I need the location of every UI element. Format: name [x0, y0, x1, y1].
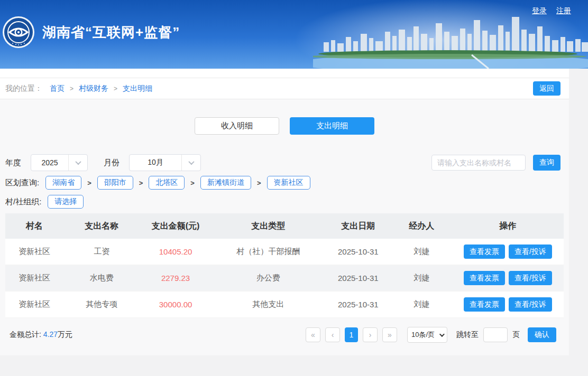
breadcrumb-wrap: 我的位置： 首页 > 村级财务 > 支出明细 返回	[0, 69, 569, 99]
cell-actions: 查看发票 查看/投诉	[452, 245, 564, 259]
month-select[interactable]: 10月	[129, 154, 201, 171]
year-label: 年度	[5, 158, 21, 168]
page-size-select[interactable]: 10条/页	[407, 327, 447, 343]
chevron-down-icon	[75, 159, 81, 165]
table-row: 资新社区 工资 10405.20 村（社）干部报酬 2025-10-31 刘婕 …	[5, 239, 564, 265]
view-complaint-button[interactable]: 查看/投诉	[509, 297, 552, 312]
region-separator: >	[257, 179, 261, 187]
cell-expense-name: 工资	[63, 247, 140, 257]
view-invoice-button[interactable]: 查看发票	[464, 245, 505, 259]
login-link[interactable]: 登录	[532, 6, 547, 16]
col-header-actions: 操作	[452, 221, 564, 232]
year-select[interactable]: 2025	[31, 154, 88, 171]
cell-amount: 10405.20	[140, 247, 211, 256]
view-invoice-button[interactable]: 查看发票	[464, 297, 505, 312]
cell-expense-name: 水电费	[63, 273, 140, 283]
cell-expense-type: 其他支出	[212, 299, 325, 309]
cell-village: 资新社区	[5, 273, 63, 283]
breadcrumb: 我的位置： 首页 > 村级财务 > 支出明细 返回	[0, 78, 569, 99]
org-select-button[interactable]: 请选择	[48, 195, 84, 209]
cell-date: 2025-10-31	[325, 247, 391, 256]
cell-date: 2025-10-31	[325, 274, 391, 283]
region-district-button[interactable]: 北塔区	[149, 176, 185, 190]
col-header-expense-name: 支出名称	[63, 221, 140, 232]
region-separator: >	[190, 179, 195, 187]
cell-amount: 30000.00	[140, 300, 211, 309]
search-input[interactable]	[431, 155, 526, 171]
view-complaint-button[interactable]: 查看/投诉	[509, 271, 552, 285]
region-query-label: 区划查询:	[5, 178, 39, 188]
confirm-button[interactable]: 确认	[528, 327, 556, 342]
page: 湖南省“互联网+监督” 登录 注册 我的位置： 首页 > 村级财务 > 支出明细…	[0, 0, 588, 376]
region-separator: >	[139, 179, 143, 187]
cell-village: 资新社区	[5, 247, 63, 257]
breadcrumb-location-label: 我的位置：	[5, 84, 42, 93]
prev-page-button[interactable]: ‹	[325, 327, 340, 342]
breadcrumb-item-home[interactable]: 首页	[50, 84, 65, 93]
site-logo-eye-icon	[2, 16, 35, 49]
breadcrumb-item-village-finance[interactable]: 村级财务	[79, 84, 108, 93]
jump-page-input[interactable]	[483, 327, 508, 342]
expense-table: 村名 支出名称 支出金额(元) 支出类型 支出日期 经办人 操作 资新社区 工资…	[5, 213, 564, 318]
region-query-row: 区划查询: 湖南省 > 邵阳市 > 北塔区 > 新滩镇街道 > 资新社区	[0, 176, 569, 190]
view-complaint-button[interactable]: 查看/投诉	[509, 245, 552, 259]
cell-expense-type: 村（社）干部报酬	[212, 247, 325, 257]
col-header-expense-type: 支出类型	[212, 221, 325, 232]
total-unit: 万元	[58, 330, 72, 339]
brand: 湖南省“互联网+监督”	[2, 16, 180, 49]
current-page-button[interactable]: 1	[345, 327, 358, 342]
register-link[interactable]: 注册	[556, 6, 571, 16]
table-footer: 金额总计: 4.27万元 « ‹ 1 › » 10条/页 跳转至 页	[0, 318, 569, 343]
back-button[interactable]: 返回	[533, 81, 561, 96]
region-separator: >	[87, 179, 91, 187]
tab-expense-detail[interactable]: 支出明细	[290, 117, 374, 135]
site-header: 湖南省“互联网+监督” 登录 注册	[0, 0, 588, 69]
search-button[interactable]: 查询	[533, 155, 561, 171]
filter-row: 年度 2025 月份 10月 查询	[0, 154, 569, 171]
cell-expense-name: 其他专项	[63, 299, 140, 309]
table-row: 资新社区 水电费 2279.23 办公费 2025-10-31 刘婕 查看发票 …	[5, 265, 564, 292]
pagination: « ‹ 1 › » 10条/页 跳转至 页 确认	[306, 327, 556, 343]
jump-to-label: 跳转至	[456, 330, 479, 340]
cell-operator: 刘婕	[391, 273, 452, 283]
month-select-value: 10月	[130, 158, 181, 167]
breadcrumb-item-expense-detail[interactable]: 支出明细	[123, 84, 152, 93]
breadcrumb-separator: >	[114, 85, 117, 92]
cell-actions: 查看发票 查看/投诉	[452, 271, 564, 285]
first-page-button[interactable]: «	[306, 327, 320, 342]
region-city-button[interactable]: 邵阳市	[97, 176, 133, 190]
content-column: 我的位置： 首页 > 村级财务 > 支出明细 返回 收入明细 支出明细 年度 2…	[0, 69, 569, 355]
org-label: 村/社组织:	[5, 197, 41, 207]
org-row: 村/社组织: 请选择	[0, 195, 569, 209]
cell-amount: 2279.23	[140, 274, 211, 283]
view-invoice-button[interactable]: 查看发票	[464, 271, 505, 285]
breadcrumb-separator: >	[70, 85, 74, 92]
cell-expense-type: 办公费	[212, 273, 325, 283]
chevron-down-icon	[188, 159, 194, 165]
page-size-value: 10条/页	[411, 330, 439, 340]
col-header-village: 村名	[5, 221, 63, 232]
year-select-value: 2025	[31, 158, 68, 167]
table-row: 资新社区 其他专项 30000.00 其他支出 2025-10-31 刘婕 查看…	[5, 292, 564, 318]
total-label: 金额总计:	[10, 330, 41, 339]
table-header-row: 村名 支出名称 支出金额(元) 支出类型 支出日期 经办人 操作	[5, 213, 564, 239]
site-title: 湖南省“互联网+监督”	[42, 23, 180, 42]
cell-actions: 查看发票 查看/投诉	[452, 297, 564, 312]
last-page-button[interactable]: »	[382, 327, 397, 342]
city-skyline-image	[313, 11, 588, 69]
detail-tabs: 收入明细 支出明细	[0, 99, 569, 135]
region-province-button[interactable]: 湖南省	[45, 176, 81, 190]
total-value: 4.27	[43, 330, 58, 339]
main-panel: 收入明细 支出明细 年度 2025 月份 10月	[0, 99, 569, 355]
region-town-button[interactable]: 新滩镇街道	[200, 176, 251, 190]
tab-income-detail[interactable]: 收入明细	[195, 117, 279, 135]
year-select-arrow-zone[interactable]	[68, 155, 87, 171]
cell-date: 2025-10-31	[325, 300, 391, 309]
col-header-operator: 经办人	[391, 221, 452, 232]
col-header-date: 支出日期	[325, 221, 391, 232]
total-amount: 金额总计: 4.27万元	[10, 330, 72, 340]
month-select-arrow-zone[interactable]	[181, 155, 200, 171]
next-page-button[interactable]: ›	[363, 327, 378, 342]
cell-village: 资新社区	[5, 299, 63, 309]
region-village-button[interactable]: 资新社区	[267, 176, 310, 190]
